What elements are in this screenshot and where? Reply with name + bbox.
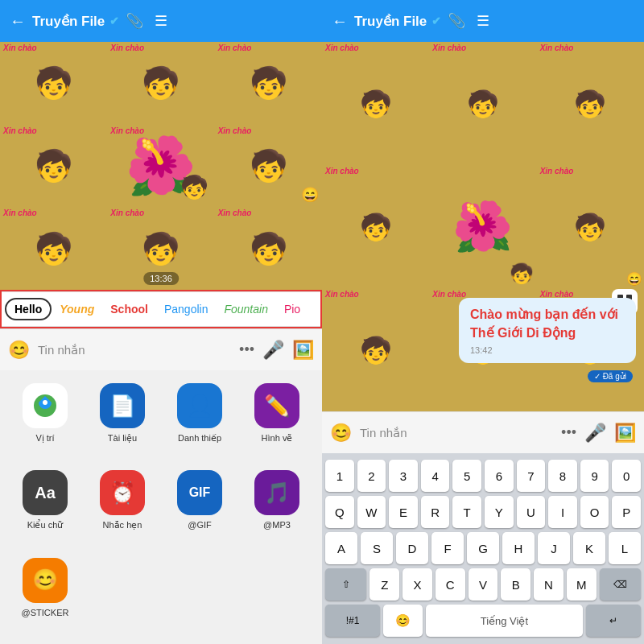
key-emoji[interactable]: 😊 <box>383 605 423 637</box>
key-g[interactable]: G <box>467 532 499 564</box>
key-h[interactable]: H <box>502 532 535 564</box>
attachment-icon-left[interactable]: 📎 <box>126 12 143 30</box>
app-label-remind: Nhắc hẹn <box>103 520 142 530</box>
key-5[interactable]: 5 <box>452 460 481 492</box>
key-r[interactable]: R <box>421 496 450 528</box>
key-shift[interactable]: ⇧ <box>325 568 366 601</box>
app-item-gif[interactable]: GIF @GIF <box>167 470 232 544</box>
header-title-left: Truyền File ✔ <box>32 13 119 30</box>
key-k[interactable]: K <box>573 532 605 564</box>
key-v[interactable]: V <box>469 568 498 601</box>
app-item-remind[interactable]: ⏰ Nhắc hẹn <box>90 470 155 544</box>
left-header: ← Truyền File ✔ 📎 ☰ <box>0 0 322 42</box>
emoji-button-right[interactable]: 😊 <box>330 423 352 444</box>
chat-area-left: Xin chào 🧒 Xin chào 🧒 Xin chào 🧒 X <box>0 42 322 290</box>
app-grid: Vị trí 📄 Tài liệu 👤 Danh thiếp ✏️ Hình v… <box>0 370 322 644</box>
key-c[interactable]: C <box>436 568 465 601</box>
key-w[interactable]: W <box>357 496 386 528</box>
key-space[interactable]: Tiếng Việt <box>426 605 583 637</box>
key-9[interactable]: 9 <box>580 460 609 492</box>
verified-icon-right: ✔ <box>431 14 441 27</box>
key-x[interactable]: X <box>402 568 432 601</box>
key-6[interactable]: 6 <box>485 460 514 492</box>
key-0[interactable]: 0 <box>612 460 641 492</box>
timestamp-left: 13:36 <box>143 272 179 285</box>
key-o[interactable]: O <box>580 496 609 528</box>
font-tab-fountain[interactable]: Fountain <box>216 299 275 319</box>
app-label-doc: Tài liệu <box>108 433 137 444</box>
more-button-left[interactable]: ••• <box>239 341 254 358</box>
kb-row-qwerty: Q W E R T Y U I O P <box>325 496 641 528</box>
key-b[interactable]: B <box>501 568 530 601</box>
key-backspace[interactable]: ⌫ <box>600 568 641 601</box>
key-z[interactable]: Z <box>369 568 399 601</box>
more-button-right[interactable]: ••• <box>561 424 576 441</box>
app-item-maps[interactable]: Vị trí <box>13 383 77 457</box>
font-tab-pangolin[interactable]: Pangolin <box>156 299 217 319</box>
key-i[interactable]: I <box>548 496 577 528</box>
right-header: ← Truyền File ✔ 📎 ☰ <box>322 0 644 42</box>
message-input-right[interactable]: Tin nhắn <box>360 426 553 440</box>
key-t[interactable]: T <box>452 496 481 528</box>
key-l[interactable]: L <box>609 532 641 564</box>
key-q[interactable]: Q <box>325 496 354 528</box>
key-4[interactable]: 4 <box>421 460 450 492</box>
attachment-icon-right[interactable]: 📎 <box>448 12 465 30</box>
app-label-gif: @GIF <box>188 520 212 530</box>
message-input-left[interactable]: Tin nhắn <box>38 343 231 357</box>
font-tab-school[interactable]: School <box>102 299 156 319</box>
back-button-right[interactable]: ← <box>332 12 348 31</box>
key-j[interactable]: J <box>538 532 570 564</box>
key-f[interactable]: F <box>431 532 464 564</box>
key-e[interactable]: E <box>389 496 418 528</box>
app-item-contact[interactable]: 👤 Danh thiếp <box>167 383 232 457</box>
header-title-right: Truyền File ✔ <box>354 13 441 30</box>
key-s[interactable]: S <box>361 532 393 564</box>
key-7[interactable]: 7 <box>517 460 546 492</box>
message-time: 13:42 <box>470 345 625 355</box>
key-y[interactable]: Y <box>485 496 514 528</box>
app-item-draw[interactable]: ✏️ Hình vẽ <box>245 383 309 457</box>
menu-icon-right[interactable]: ☰ <box>477 12 489 30</box>
key-d[interactable]: D <box>396 532 428 564</box>
app-item-mp3[interactable]: 🎵 @MP3 <box>245 470 309 544</box>
key-8[interactable]: 8 <box>548 460 577 492</box>
key-1[interactable]: 1 <box>325 460 354 492</box>
app-label-sticker: @STICKER <box>22 608 69 617</box>
key-enter[interactable]: ↵ <box>586 605 641 637</box>
right-header-left: ← Truyền File ✔ <box>332 12 441 31</box>
font-tab-young[interactable]: Young <box>52 299 102 319</box>
app-item-doc[interactable]: 📄 Tài liệu <box>90 383 155 457</box>
mic-button-left[interactable]: 🎤 <box>262 340 284 361</box>
font-tab-pio[interactable]: Pio <box>276 299 308 319</box>
kb-row-asdf: A S D F G H J K L <box>325 532 641 564</box>
key-u[interactable]: U <box>517 496 546 528</box>
key-a[interactable]: A <box>325 532 357 564</box>
app-item-font[interactable]: Aa Kiểu chữ <box>13 470 77 544</box>
key-m[interactable]: M <box>567 568 597 601</box>
input-bar-left: 😊 Tin nhắn ••• 🎤 🖼️ <box>0 328 322 370</box>
key-3[interactable]: 3 <box>389 460 418 492</box>
app-label-contact: Danh thiếp <box>178 433 221 444</box>
app-item-sticker[interactable]: 😊 @STICKER <box>13 558 77 631</box>
sticker-cell: Xin chào 🧒 <box>0 42 107 125</box>
sticker-cell: Xin chào 🧒 <box>0 125 107 208</box>
key-2[interactable]: 2 <box>357 460 386 492</box>
sticker-cell: Xin chào 🧒 <box>215 207 322 290</box>
kb-row-numbers: 1 2 3 4 5 6 7 8 9 0 <box>325 460 641 492</box>
back-button-left[interactable]: ← <box>10 12 26 31</box>
key-n[interactable]: N <box>534 568 564 601</box>
sticker-cell: Xin chào 🧒 😄 <box>215 125 322 208</box>
sticker-icon: 😊 <box>23 558 68 603</box>
menu-icon-left[interactable]: ☰ <box>155 12 167 30</box>
image-button-left[interactable]: 🖼️ <box>292 340 314 361</box>
message-bubble: Chào mừng bạn đến với Thế Giới Di Động 1… <box>459 298 636 363</box>
left-header-left: ← Truyền File ✔ <box>10 12 119 31</box>
key-p[interactable]: P <box>612 496 641 528</box>
image-button-right[interactable]: 🖼️ <box>614 423 636 444</box>
mic-button-right[interactable]: 🎤 <box>584 423 606 444</box>
font-tab-hello[interactable]: Hello <box>5 298 52 320</box>
emoji-button-left[interactable]: 😊 <box>8 340 30 361</box>
key-numbers[interactable]: !#1 <box>325 605 380 637</box>
sticker-cell-center: 🌺 🧒 Xin chào <box>107 125 214 208</box>
